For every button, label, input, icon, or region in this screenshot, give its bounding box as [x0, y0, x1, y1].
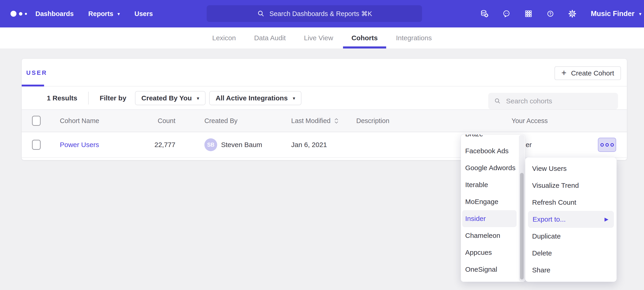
- filter-by-label: Filter by: [100, 94, 126, 102]
- col-last-modified[interactable]: Last Modified: [291, 117, 339, 125]
- dot-icon: [600, 143, 604, 147]
- menu-item-delete[interactable]: Delete: [525, 245, 616, 262]
- created-by-cell: SB Steven Baum: [204, 138, 262, 151]
- menu-item-moengage[interactable]: MoEngage: [461, 193, 517, 210]
- tab-user[interactable]: USER: [26, 69, 47, 76]
- global-search-placeholder: Search Dashboards & Reports ⌘K: [270, 10, 372, 18]
- row-context-menu: View Users Visualize Trend Refresh Count…: [525, 157, 616, 282]
- tab-data-audit[interactable]: Data Audit: [254, 28, 286, 49]
- col-count[interactable]: Count: [118, 117, 176, 125]
- menu-item-onesignal[interactable]: OneSignal: [461, 261, 517, 278]
- menu-item-refresh-count[interactable]: Refresh Count: [525, 194, 616, 211]
- menu-item-facebook-ads[interactable]: Facebook Ads: [461, 142, 517, 160]
- logo-dot-medium: [19, 12, 22, 16]
- tab-live-view[interactable]: Live View: [304, 28, 333, 49]
- dot-icon: [610, 143, 614, 147]
- last-modified-value: Jan 6, 2021: [291, 141, 327, 149]
- scrollbar-thumb[interactable]: [520, 173, 524, 279]
- table-row: Power Users 22,777 SB Steven Baum Jan 6,…: [22, 132, 627, 158]
- global-search-button[interactable]: Search Dashboards & Reports ⌘K: [207, 5, 422, 22]
- cohort-search-box: [488, 93, 618, 109]
- menu-item-braze[interactable]: Braze: [461, 134, 517, 142]
- menu-item-appcues[interactable]: Appcues: [461, 244, 517, 261]
- tab-cohorts[interactable]: Cohorts: [352, 28, 378, 49]
- cohort-count: 22,777: [118, 141, 176, 149]
- nav-icon-group: ?: [480, 0, 577, 28]
- tab-integrations[interactable]: Integrations: [396, 28, 432, 49]
- svg-text:?: ?: [549, 12, 552, 16]
- export-destinations-list: Braze Facebook Ads Google Adwords Iterab…: [461, 134, 525, 278]
- tab-lexicon[interactable]: Lexicon: [212, 28, 236, 49]
- menu-item-google-adwords[interactable]: Google Adwords: [461, 160, 517, 176]
- col-description[interactable]: Description: [356, 117, 389, 125]
- create-cohort-label: Create Cohort: [571, 69, 614, 77]
- scrollbar-track[interactable]: [519, 135, 525, 281]
- menu-item-visualize-trend[interactable]: Visualize Trend: [525, 177, 616, 194]
- feedback-icon[interactable]: [502, 9, 512, 19]
- cohort-type-tabs: USER + Create Cohort: [22, 59, 627, 86]
- search-icon: [494, 97, 502, 105]
- export-to-label: Export to...: [532, 215, 566, 223]
- apps-grid-icon[interactable]: [524, 9, 534, 19]
- nav-reports-label: Reports: [88, 10, 114, 18]
- section-tabs: Lexicon Data Audit Live View Cohorts Int…: [0, 28, 644, 49]
- row-actions-button[interactable]: [598, 138, 616, 152]
- menu-item-view-users[interactable]: View Users: [525, 160, 616, 177]
- table-header-row: Cohort Name Count Created By Last Modifi…: [22, 109, 627, 132]
- integrations-filter-dropdown[interactable]: All Active Integrations ▾: [209, 91, 302, 105]
- menu-item-duplicate[interactable]: Duplicate: [525, 228, 616, 245]
- menu-item-share[interactable]: Share: [525, 262, 616, 278]
- chevron-down-icon: ▾: [293, 96, 295, 101]
- menu-item-export-to[interactable]: Export to... ▶: [528, 211, 614, 228]
- results-count: 1 Results: [47, 94, 77, 102]
- menu-item-chameleon[interactable]: Chameleon: [461, 227, 517, 244]
- nav-dashboards[interactable]: Dashboards: [36, 10, 74, 18]
- logo-dot-large: [10, 11, 16, 17]
- select-all-checkbox[interactable]: [32, 116, 41, 126]
- sort-icon[interactable]: [334, 117, 339, 124]
- top-nav: Dashboards Reports ▾ Users Search Dashbo…: [0, 0, 644, 28]
- chevron-down-icon: ▾: [197, 96, 199, 101]
- settings-gear-icon[interactable]: [567, 9, 577, 19]
- created-by-filter-dropdown[interactable]: Created By You ▾: [135, 91, 206, 105]
- cohorts-card: USER + Create Cohort 1 Results Filter by…: [22, 59, 627, 160]
- integrations-filter-label: All Active Integrations: [216, 94, 288, 102]
- tab-user-underline: [22, 85, 44, 86]
- nav-reports[interactable]: Reports ▾: [88, 10, 120, 18]
- created-by-name: Steven Baum: [221, 141, 262, 149]
- project-name: Music Finder: [591, 10, 634, 18]
- nav-users[interactable]: Users: [134, 10, 153, 18]
- dot-icon: [606, 143, 609, 147]
- col-your-access[interactable]: Your Access: [512, 117, 548, 125]
- cohort-name-link[interactable]: Power Users: [60, 141, 99, 149]
- plus-icon: +: [561, 68, 566, 77]
- created-by-filter-label: Created By You: [141, 94, 192, 102]
- submenu-arrow-icon: ▶: [604, 216, 608, 222]
- help-icon[interactable]: ?: [545, 9, 556, 19]
- vertical-divider: [88, 92, 88, 104]
- search-icon: [257, 9, 265, 18]
- cohort-search-input[interactable]: [506, 97, 612, 105]
- mixpanel-logo-icon[interactable]: [10, 0, 27, 28]
- avatar: SB: [204, 138, 217, 151]
- col-created-by[interactable]: Created By: [204, 117, 238, 125]
- menu-item-iterable[interactable]: Iterable: [461, 176, 517, 193]
- primary-nav-links: Dashboards Reports ▾ Users: [36, 0, 153, 28]
- project-switcher[interactable]: Music Finder ▾: [591, 0, 642, 28]
- logo-dot-small: [25, 13, 27, 15]
- menu-item-insider[interactable]: Insider: [462, 210, 516, 227]
- export-destinations-menu: Braze Facebook Ads Google Adwords Iterab…: [461, 134, 525, 282]
- row-context-list: View Users Visualize Trend Refresh Count…: [525, 160, 616, 278]
- row-checkbox[interactable]: [32, 140, 41, 150]
- filter-row: 1 Results Filter by Created By You ▾ All…: [22, 87, 627, 109]
- col-last-modified-label: Last Modified: [291, 117, 331, 125]
- col-cohort-name[interactable]: Cohort Name: [60, 117, 99, 125]
- data-management-icon[interactable]: [480, 9, 490, 19]
- chevron-down-icon: ▾: [118, 12, 120, 16]
- create-cohort-button[interactable]: + Create Cohort: [554, 66, 621, 80]
- chevron-down-icon: ▾: [639, 12, 642, 16]
